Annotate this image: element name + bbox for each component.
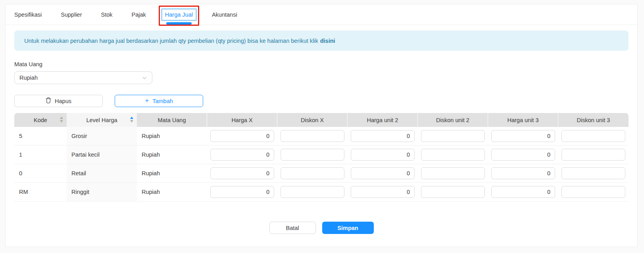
cell-level-harga: Ringgit [67, 183, 137, 201]
diskon-unit-3-input[interactable] [561, 186, 625, 198]
column-header-kode[interactable]: Kode [14, 113, 67, 127]
harga-unit-3-input[interactable] [491, 149, 555, 161]
table-row: RM Ringgit Rupiah [14, 183, 629, 201]
product-detail-card: Spesifikasi Supplier Stok Pajak Harga Ju… [5, 4, 638, 247]
chevron-down-icon [142, 75, 147, 82]
column-header-kode-label: Kode [34, 117, 47, 123]
diskon-x-input[interactable] [281, 167, 344, 179]
harga-unit-2-input[interactable] [351, 186, 415, 198]
trash-icon [46, 97, 51, 105]
diskon-unit-2-input[interactable] [421, 149, 485, 161]
harga-unit-2-input[interactable] [351, 130, 415, 142]
diskon-unit-2-input[interactable] [421, 167, 485, 179]
tab-pajak[interactable]: Pajak [132, 12, 146, 18]
active-tab-ink-bar [166, 22, 192, 25]
cell-mata-uang: Rupiah [137, 146, 207, 164]
currency-select-value: Rupiah [19, 75, 38, 81]
tab-stok[interactable]: Stok [101, 12, 113, 18]
delete-button-label: Hapus [55, 98, 71, 104]
cell-level-harga: Grosir [67, 127, 137, 145]
save-button[interactable]: Simpan [322, 222, 374, 234]
info-banner: Untuk melakukan perubahan harga jual ber… [14, 31, 629, 51]
harga-x-input[interactable] [210, 186, 274, 198]
column-header-harga-unit-3: Harga unit 3 [488, 113, 558, 127]
harga-x-input[interactable] [210, 130, 274, 142]
column-header-harga-x: Harga X [207, 113, 277, 127]
column-header-diskon-unit-2: Diskon unit 2 [418, 113, 488, 127]
harga-unit-2-input[interactable] [351, 167, 415, 179]
tab-harga-jual[interactable]: Harga Jual [165, 12, 193, 18]
harga-unit-2-input[interactable] [351, 149, 415, 161]
tab-supplier[interactable]: Supplier [61, 12, 82, 18]
cell-kode: 1 [14, 146, 67, 164]
diskon-x-input[interactable] [281, 186, 344, 198]
delete-button[interactable]: Hapus [14, 95, 103, 107]
cell-mata-uang: Rupiah [137, 164, 207, 182]
add-button[interactable]: + Tambah [115, 95, 203, 107]
currency-select[interactable]: Rupiah [14, 71, 152, 84]
add-button-label: Tambah [152, 98, 173, 104]
diskon-x-input[interactable] [281, 149, 344, 161]
cell-level-harga: Partai kecil [67, 146, 137, 164]
table-row: 5 Grosir Rupiah [14, 127, 629, 146]
column-header-mata-uang: Mata Uang [137, 113, 207, 127]
tab-akuntansi[interactable]: Akuntansi [212, 12, 237, 18]
harga-unit-3-input[interactable] [491, 167, 555, 179]
cell-kode: 0 [14, 164, 67, 182]
cell-kode: 5 [14, 127, 67, 145]
diskon-x-input[interactable] [281, 130, 344, 142]
info-banner-text: Untuk melakukan perubahan harga jual ber… [24, 38, 318, 44]
table-header-row: Kode Level Harga Mata Uang Harga X Disko… [14, 113, 629, 127]
form-footer: Batal Simpan [6, 222, 637, 234]
column-header-diskon-unit-3: Diskon unit 3 [558, 113, 629, 127]
info-banner-link[interactable]: disini [320, 38, 335, 44]
harga-unit-3-input[interactable] [491, 186, 555, 198]
tab-spesifikasi[interactable]: Spesifikasi [14, 12, 42, 18]
table-row: 1 Partai kecil Rupiah [14, 146, 629, 164]
cell-mata-uang: Rupiah [137, 127, 207, 145]
tab-harga-jual-label: Harga Jual [165, 12, 193, 18]
diskon-unit-2-input[interactable] [421, 186, 485, 198]
sort-icon-kode [60, 117, 63, 123]
column-header-harga-unit-2: Harga unit 2 [348, 113, 418, 127]
diskon-unit-3-input[interactable] [561, 167, 625, 179]
cell-level-harga: Retail [67, 164, 137, 182]
cell-kode: RM [14, 183, 67, 201]
tab-bar: Spesifikasi Supplier Stok Pajak Harga Ju… [6, 4, 637, 25]
table-toolbar: Hapus + Tambah [14, 95, 637, 107]
currency-label: Mata Uang [14, 61, 637, 67]
harga-x-input[interactable] [210, 149, 274, 161]
column-header-diskon-x: Diskon X [277, 113, 348, 127]
harga-x-input[interactable] [210, 167, 274, 179]
column-header-level-harga-label: Level Harga [86, 117, 117, 123]
diskon-unit-3-input[interactable] [561, 130, 625, 142]
column-header-level-harga[interactable]: Level Harga [67, 113, 137, 127]
diskon-unit-3-input[interactable] [561, 149, 625, 161]
diskon-unit-2-input[interactable] [421, 130, 485, 142]
harga-unit-3-input[interactable] [491, 130, 555, 142]
price-level-table: Kode Level Harga Mata Uang Harga X Disko… [14, 113, 629, 201]
cancel-button[interactable]: Batal [269, 222, 316, 234]
sort-icon-level-harga-ascending [130, 117, 133, 123]
cell-mata-uang: Rupiah [137, 183, 207, 201]
table-row: 0 Retail Rupiah [14, 164, 629, 183]
plus-icon: + [145, 97, 149, 104]
